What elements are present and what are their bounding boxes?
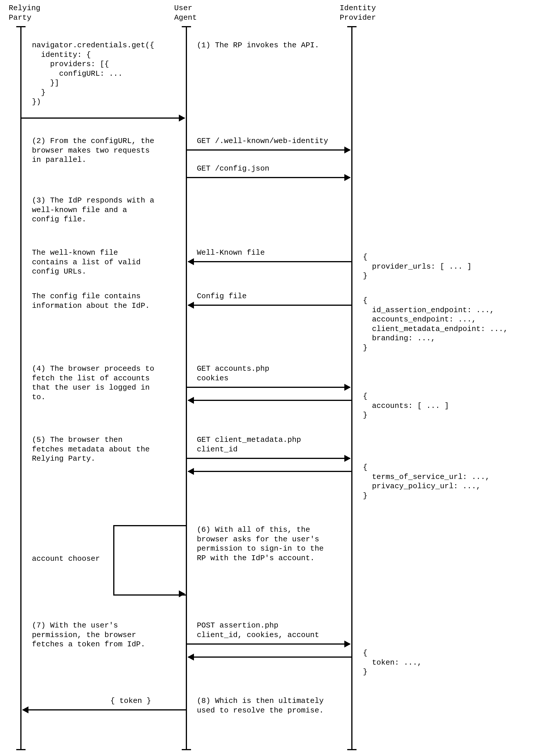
self-account-chooser-arrowhead xyxy=(174,593,185,594)
arrow-ua-rp-token xyxy=(23,709,186,710)
step5-note: (5) The browser then fetches metadata ab… xyxy=(32,435,169,464)
arrow-idp-ua-wellknown xyxy=(188,261,351,262)
arrow-ua-idp-clientmeta xyxy=(187,458,350,459)
self-account-chooser-box xyxy=(113,525,187,596)
step3-note: (3) The IdP responds with a well-known f… xyxy=(32,196,169,224)
arrow-ua-idp-config xyxy=(187,177,350,178)
resp-assertion: { token: ..., } xyxy=(363,648,422,677)
step1-note: (1) The RP invokes the API. xyxy=(197,40,319,50)
msg-config-file: Config file xyxy=(197,292,247,301)
sequence-diagram: Relying Party User Agent Identity Provid… xyxy=(0,0,558,756)
msg-get-wellknown: GET /.well-known/web-identity xyxy=(197,136,328,146)
arrow-ua-idp-accounts xyxy=(187,387,350,388)
arrow-idp-ua-assertion xyxy=(188,656,351,658)
arrow-rp-to-ua-init xyxy=(22,117,185,119)
step3a-note: The well-known file contains a list of v… xyxy=(32,248,169,276)
msg-token-return: { token } xyxy=(110,696,151,706)
resp-client-metadata: { terms_of_service_url: ..., privacy_pol… xyxy=(363,463,490,501)
msg-post-assertion: POST assertion.php client_id, cookies, a… xyxy=(197,621,319,640)
arrow-idp-ua-clientmeta xyxy=(188,471,351,472)
msg-wellknown-file: Well-Known file xyxy=(197,248,265,258)
step3b-note: The config file contains information abo… xyxy=(32,292,169,310)
resp-wellknown: { provider_urls: [ ... ] } xyxy=(363,252,472,281)
step2-note: (2) From the configURL, the browser make… xyxy=(32,136,169,165)
lifeline-idp xyxy=(351,26,352,750)
step8-note: (8) Which is then ultimately used to res… xyxy=(197,696,342,715)
lifeline-ua xyxy=(186,26,187,750)
self-account-chooser-label: account chooser xyxy=(32,554,100,564)
arrow-idp-ua-accounts xyxy=(188,400,351,401)
msg-get-client-metadata: GET client_metadata.php client_id xyxy=(197,435,301,454)
arrow-idp-ua-config xyxy=(188,305,351,306)
resp-accounts: { accounts: [ ... ] } xyxy=(363,392,449,420)
resp-config: { id_assertion_endpoint: ..., accounts_e… xyxy=(363,296,508,352)
lifeline-rp xyxy=(20,26,22,750)
rp-api-call-code: navigator.credentials.get({ identity: { … xyxy=(32,40,154,107)
step4-note: (4) The browser proceeds to fetch the li… xyxy=(32,364,169,402)
actor-ua: User Agent xyxy=(174,3,197,22)
msg-get-config: GET /config.json xyxy=(197,164,270,173)
arrow-ua-idp-wellknown xyxy=(187,150,350,151)
actor-rp: Relying Party xyxy=(9,3,40,22)
step7-note: (7) With the user's permission, the brow… xyxy=(32,621,169,649)
msg-get-accounts: GET accounts.php cookies xyxy=(197,364,270,383)
actor-idp: Identity Provider xyxy=(340,3,376,22)
arrow-ua-idp-assertion xyxy=(187,643,350,645)
step6-note: (6) With all of this, the browser asks f… xyxy=(197,525,342,563)
